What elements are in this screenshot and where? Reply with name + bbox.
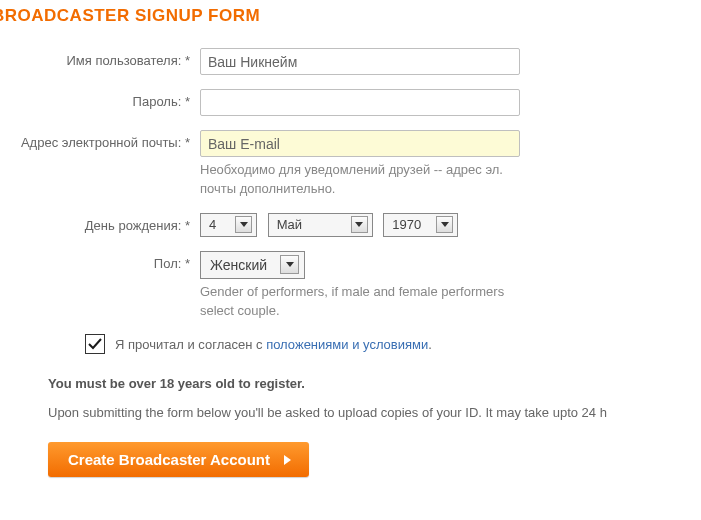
birthday-year-select[interactable]: 1970 [383, 213, 458, 237]
arrow-right-icon [284, 451, 291, 468]
birthday-month-select[interactable]: Май [268, 213, 373, 237]
birthday-label: День рождения: * [0, 213, 200, 237]
birthday-day-value: 4 [209, 217, 227, 232]
gender-label: Пол: * [0, 251, 200, 321]
check-icon [88, 338, 102, 350]
page-title: BROADCASTER SIGNUP FORM [0, 6, 701, 26]
gender-value: Женский [210, 257, 272, 273]
agree-checkbox[interactable] [85, 334, 105, 354]
gender-select[interactable]: Женский [200, 251, 305, 279]
birthday-month-value: Май [277, 217, 343, 232]
birthday-day-select[interactable]: 4 [200, 213, 257, 237]
gender-hint: Gender of performers, if male and female… [200, 283, 540, 321]
email-input[interactable] [200, 130, 520, 157]
chevron-down-icon [280, 255, 299, 274]
age-note: You must be over 18 years old to registe… [48, 376, 701, 391]
email-hint: Необходимо для уведомлений друзей -- адр… [200, 161, 540, 199]
create-account-button[interactable]: Create Broadcaster Account [48, 442, 309, 477]
agree-label: Я прочитал и согласен с положениями и ус… [115, 337, 432, 352]
terms-link[interactable]: положениями и условиями [266, 337, 428, 352]
email-label: Адрес электронной почты: * [0, 130, 200, 199]
username-input[interactable] [200, 48, 520, 75]
chevron-down-icon [235, 216, 252, 233]
chevron-down-icon [436, 216, 453, 233]
username-label: Имя пользователя: * [0, 48, 200, 75]
upload-desc: Upon submitting the form below you'll be… [48, 405, 701, 420]
password-label: Пароль: * [0, 89, 200, 116]
create-account-label: Create Broadcaster Account [68, 451, 270, 468]
chevron-down-icon [351, 216, 368, 233]
password-input[interactable] [200, 89, 520, 116]
birthday-year-value: 1970 [392, 217, 428, 232]
